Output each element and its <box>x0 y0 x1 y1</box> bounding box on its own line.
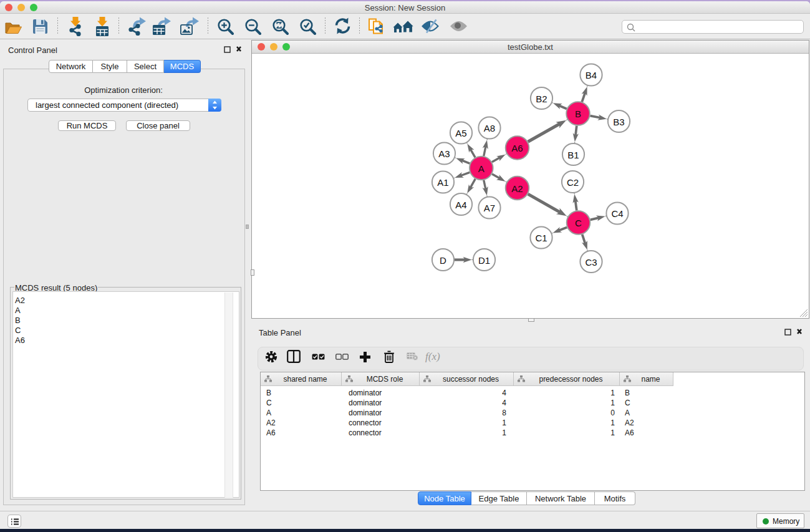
svg-text:B: B <box>575 109 581 119</box>
svg-text:B4: B4 <box>586 70 597 80</box>
svg-text:C1: C1 <box>535 233 547 243</box>
svg-text:A5: A5 <box>455 128 466 138</box>
svg-text:A6: A6 <box>511 143 523 153</box>
svg-text:D: D <box>440 255 446 266</box>
svg-text:C3: C3 <box>585 257 597 268</box>
svg-text:C4: C4 <box>611 208 623 219</box>
svg-text:A: A <box>478 163 485 174</box>
svg-text:D1: D1 <box>478 255 490 266</box>
svg-text:C: C <box>575 218 582 228</box>
svg-text:A7: A7 <box>484 203 495 213</box>
svg-text:B3: B3 <box>613 117 624 127</box>
svg-text:A4: A4 <box>455 200 466 210</box>
svg-text:A2: A2 <box>511 183 523 194</box>
svg-text:B1: B1 <box>567 150 579 160</box>
svg-text:C2: C2 <box>567 177 579 188</box>
svg-text:A8: A8 <box>484 123 495 133</box>
svg-text:A1: A1 <box>437 177 448 188</box>
svg-text:B2: B2 <box>536 94 547 104</box>
svg-text:A3: A3 <box>438 148 450 159</box>
